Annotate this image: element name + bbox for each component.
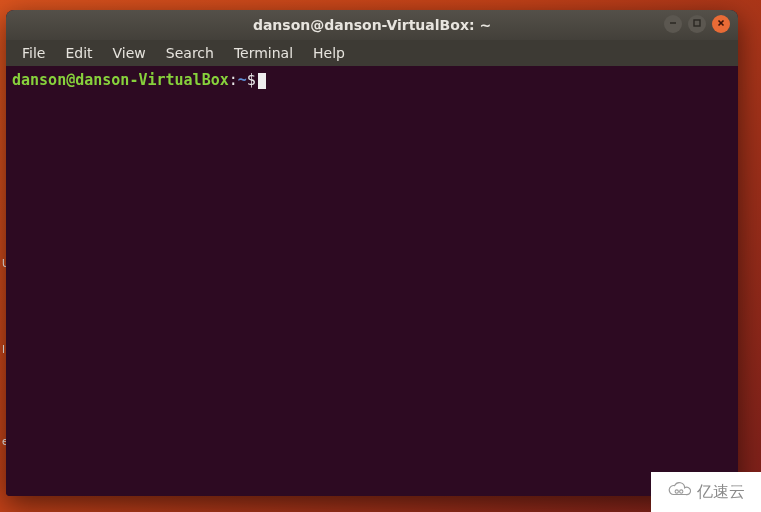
text-cursor: [258, 73, 266, 89]
menu-file[interactable]: File: [14, 42, 53, 64]
minimize-icon: [668, 18, 678, 30]
prompt-separator: :: [229, 71, 238, 89]
watermark-text: 亿速云: [697, 482, 745, 503]
svg-rect-1: [694, 20, 700, 26]
prompt-line: danson@danson-VirtualBox:~$: [12, 70, 732, 90]
maximize-icon: [692, 18, 702, 30]
menu-help[interactable]: Help: [305, 42, 353, 64]
watermark: 亿速云: [651, 472, 761, 512]
window-controls: [664, 15, 730, 33]
prompt-symbol: $: [247, 71, 256, 89]
close-button[interactable]: [712, 15, 730, 33]
svg-point-4: [675, 490, 678, 493]
menu-search[interactable]: Search: [158, 42, 222, 64]
prompt-user-host: danson@danson-VirtualBox: [12, 71, 229, 89]
menu-edit[interactable]: Edit: [57, 42, 100, 64]
close-icon: [716, 18, 726, 30]
svg-point-5: [680, 490, 683, 493]
terminal-window: danson@danson-VirtualBox: ~: [6, 10, 738, 496]
maximize-button[interactable]: [688, 15, 706, 33]
prompt-path: ~: [238, 71, 247, 89]
cloud-icon: [667, 481, 691, 503]
minimize-button[interactable]: [664, 15, 682, 33]
menu-view[interactable]: View: [105, 42, 154, 64]
menubar: File Edit View Search Terminal Help: [6, 40, 738, 66]
menu-terminal[interactable]: Terminal: [226, 42, 301, 64]
desktop-background: U I e danson@danson-VirtualBox: ~: [0, 0, 761, 512]
window-title: danson@danson-VirtualBox: ~: [253, 17, 491, 33]
titlebar[interactable]: danson@danson-VirtualBox: ~: [6, 10, 738, 40]
terminal-body[interactable]: danson@danson-VirtualBox:~$: [6, 66, 738, 496]
